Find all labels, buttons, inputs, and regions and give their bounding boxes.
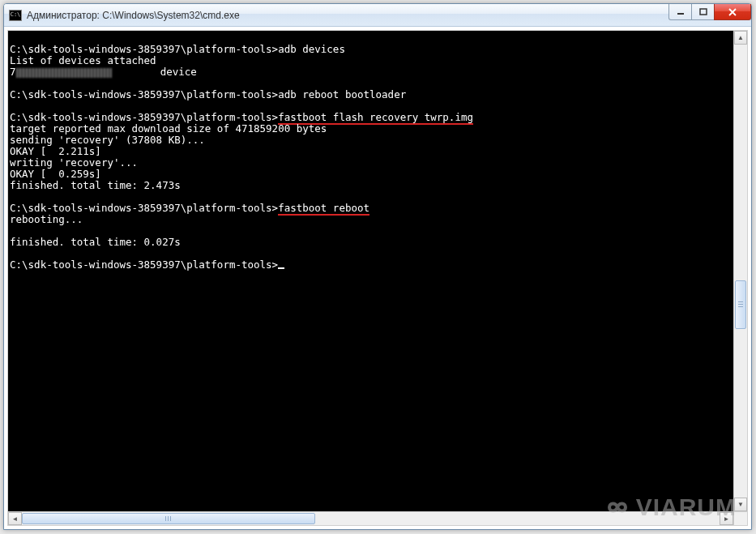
hscroll-track[interactable] — [22, 512, 720, 525]
scroll-right-button[interactable]: ► — [720, 512, 733, 525]
scroll-up-button[interactable]: ▲ — [734, 31, 747, 45]
svg-rect-0 — [677, 13, 684, 15]
cmd-window: Администратор: C:\Windows\System32\cmd.e… — [3, 3, 752, 530]
vertical-scrollbar[interactable]: ▲ ▼ — [733, 31, 747, 511]
terminal-output[interactable]: C:\sdk-tools-windows-3859397\platform-to… — [8, 31, 733, 511]
client-area: C:\sdk-tools-windows-3859397\platform-to… — [4, 27, 751, 529]
redacted-serial — [16, 68, 112, 78]
scroll-down-button[interactable]: ▼ — [734, 498, 747, 511]
vscroll-thumb[interactable] — [735, 280, 746, 329]
maximize-button[interactable] — [691, 4, 715, 20]
titlebar[interactable]: Администратор: C:\Windows\System32\cmd.e… — [4, 4, 751, 27]
scroll-left-button[interactable]: ◄ — [8, 512, 22, 525]
window-title: Администратор: C:\Windows\System32\cmd.e… — [27, 10, 240, 21]
window-controls — [669, 4, 751, 20]
cursor — [278, 267, 284, 269]
hscroll-thumb[interactable] — [22, 513, 315, 524]
cmd-icon — [9, 10, 22, 21]
highlighted-command-reboot: fastboot reboot — [278, 202, 369, 216]
close-button[interactable] — [714, 4, 751, 20]
horizontal-scrollbar[interactable]: ◄ ► — [7, 512, 748, 526]
vscroll-track[interactable] — [734, 45, 747, 498]
terminal-container: C:\sdk-tools-windows-3859397\platform-to… — [7, 30, 748, 512]
scroll-corner — [733, 512, 747, 525]
minimize-button[interactable] — [668, 4, 692, 20]
svg-rect-1 — [700, 9, 707, 15]
